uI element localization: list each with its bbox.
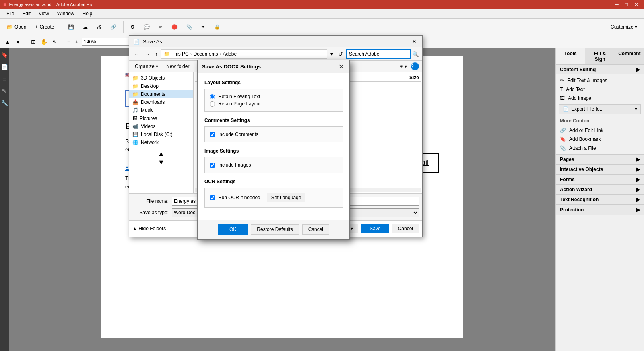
hand-tool-button[interactable]: ✋ — [39, 38, 49, 46]
attach-file[interactable]: 📎 Attach a File — [556, 144, 644, 153]
layers-icon[interactable]: ≡ — [1, 74, 8, 84]
retain-flowing-radio[interactable] — [210, 94, 215, 99]
tree-item-pictures[interactable]: 🖼 Pictures — [129, 114, 193, 122]
minimize-button[interactable]: ─ — [613, 2, 621, 7]
add-edit-link[interactable]: 🔗 Add or Edit Link — [556, 126, 644, 135]
docx-restore-defaults-button[interactable]: Restore Defaults — [251, 224, 299, 235]
highlight-button[interactable]: ✏ — [155, 22, 166, 32]
title-bar-controls[interactable]: ─ □ ✕ — [613, 2, 641, 7]
tree-item-3dobjects[interactable]: 📁 3D Objects — [129, 74, 193, 82]
print-button[interactable]: 🖨 — [93, 22, 105, 32]
set-language-button[interactable]: Set Language — [267, 193, 306, 202]
save-button-dialog[interactable]: Save — [361, 224, 388, 233]
content-editing-header[interactable]: Content Editing ▶ — [556, 65, 644, 74]
select-button[interactable]: ↖ — [51, 38, 59, 46]
pages-header[interactable]: Pages ▶ — [556, 155, 644, 164]
open-button[interactable]: 📂 Open — [3, 22, 30, 32]
add-text-icon: T — [560, 87, 563, 92]
tab-tools[interactable]: Tools — [556, 48, 585, 64]
save-as-title-icon: 📄 — [133, 39, 140, 45]
tree-item-videos[interactable]: 📹 Videos — [129, 122, 193, 130]
toolbar: 📂 Open + Create 💾 ☁ 🖨 🔗 ⚙ 💬 ✏ 🔴 📎 ✒ 🔒 Cu… — [0, 19, 644, 35]
breadcrumb-this-pc[interactable]: This PC — [171, 51, 189, 57]
action-wizard-label: Action Wizard — [560, 187, 592, 192]
tree-item-downloads[interactable]: 📥 Downloads — [129, 98, 193, 106]
forms-header[interactable]: Forms ▶ — [556, 175, 644, 184]
save-button[interactable]: 💾 — [64, 22, 78, 32]
dropdown-button[interactable]: ▾ — [329, 50, 335, 58]
new-folder-button[interactable]: New folder — [164, 63, 192, 70]
tools-side-icon[interactable]: 🔧 — [0, 98, 10, 108]
docx-cancel-button[interactable]: Cancel — [302, 224, 329, 235]
annotations-icon[interactable]: ✎ — [0, 86, 8, 96]
pages-icon[interactable]: 📄 — [0, 62, 10, 72]
text-recognition-header[interactable]: Text Recognition ▶ — [556, 195, 644, 204]
docx-ok-button[interactable]: OK — [218, 224, 248, 235]
export-file-button[interactable]: 📄 Export File to... ▾ — [559, 104, 641, 114]
edit-text-images[interactable]: ✏ Edit Text & Images — [556, 76, 644, 85]
docx-close-button[interactable]: ✕ — [337, 63, 345, 70]
hide-folders-button[interactable]: ▲ Hide Folders — [132, 226, 166, 231]
attach-button[interactable]: 📎 — [183, 22, 196, 32]
save-as-close-button[interactable]: ✕ — [410, 38, 418, 45]
tree-item-localdisk[interactable]: 💾 Local Disk (C:) — [129, 130, 193, 138]
close-button[interactable]: ✕ — [632, 2, 641, 7]
search-button[interactable]: 🔍 — [412, 51, 419, 57]
menu-view[interactable]: View — [35, 10, 52, 17]
maximize-button[interactable]: □ — [623, 2, 630, 7]
fit-page-button[interactable]: ⊡ — [29, 38, 37, 46]
forward-button[interactable]: → — [143, 50, 152, 58]
docx-title-label: Save As DOCX Settings — [202, 64, 261, 70]
protection-header[interactable]: Protection ▶ — [556, 205, 644, 215]
tab-fill-sign[interactable]: Fill & Sign — [585, 48, 615, 64]
redact-button[interactable]: 🔒 — [211, 22, 224, 32]
settings-button[interactable]: ⚙ — [127, 22, 138, 32]
zoom-in-button[interactable]: + — [74, 38, 80, 46]
run-ocr-label: Run OCR if needed — [218, 195, 260, 200]
cancel-button-dialog[interactable]: Cancel — [392, 224, 419, 233]
comment-button[interactable]: 💬 — [140, 22, 153, 32]
sign-button[interactable]: ✒ — [198, 22, 209, 32]
tree-item-documents[interactable]: 📁 Documents — [129, 90, 193, 98]
tree-item-network[interactable]: 🌐 Network — [129, 138, 193, 147]
retain-page-layout-radio[interactable] — [210, 101, 215, 107]
tree-item-desktop[interactable]: 📁 Desktop — [129, 82, 193, 90]
up-button[interactable]: ↑ — [153, 50, 159, 58]
breadcrumb-adobe[interactable]: Adobe — [223, 51, 237, 57]
create-button[interactable]: + Create — [31, 22, 58, 32]
tree-scroll-down[interactable]: ▼ — [158, 158, 165, 167]
tree-scroll-up[interactable]: ▲ — [158, 150, 165, 158]
bookmarks-icon[interactable]: 🔖 — [0, 50, 10, 60]
action-wizard-expand-icon: ▶ — [636, 187, 640, 192]
run-ocr-checkbox[interactable] — [210, 195, 215, 200]
tab-comment[interactable]: Comment — [615, 48, 644, 64]
prev-page-button[interactable]: ▲ — [3, 38, 12, 46]
action-wizard-header[interactable]: Action Wizard ▶ — [556, 185, 644, 194]
customize-button[interactable]: Customize ▾ — [607, 22, 641, 32]
menu-file[interactable]: File — [3, 10, 17, 17]
menu-window[interactable]: Window — [54, 10, 78, 17]
link-button[interactable]: 🔗 — [107, 22, 120, 32]
add-text[interactable]: T Add Text — [556, 85, 644, 94]
interactive-objects-header[interactable]: Interactive Objects ▶ — [556, 165, 644, 174]
add-image[interactable]: 🖼 Add Image — [556, 94, 644, 103]
title-bar-left: ■ Energy assistance.pdf - Adobe Acrobat … — [3, 1, 93, 8]
stamp-button[interactable]: 🔴 — [168, 22, 181, 32]
next-page-button[interactable]: ▼ — [14, 38, 23, 46]
tree-item-music[interactable]: 🎵 Music — [129, 106, 193, 114]
menu-help[interactable]: Help — [79, 10, 96, 17]
breadcrumb-documents[interactable]: Documents — [194, 51, 218, 57]
menu-edit[interactable]: Edit — [19, 10, 34, 17]
back-button[interactable]: ← — [132, 50, 141, 58]
help-button[interactable]: ? — [411, 62, 419, 70]
zoom-out-button[interactable]: − — [66, 38, 72, 46]
view-options-button[interactable]: ⊞ ▾ — [397, 63, 409, 70]
include-images-row: Include Images — [210, 162, 338, 168]
upload-button[interactable]: ☁ — [79, 22, 91, 32]
add-bookmark[interactable]: 🔖 Add Bookmark — [556, 135, 644, 144]
organize-button[interactable]: Organize ▾ — [132, 63, 161, 70]
search-input[interactable]: Search Adobe — [346, 49, 411, 59]
include-images-checkbox[interactable] — [210, 163, 215, 168]
include-comments-checkbox[interactable] — [210, 132, 215, 137]
refresh-button[interactable]: ↺ — [336, 50, 345, 58]
